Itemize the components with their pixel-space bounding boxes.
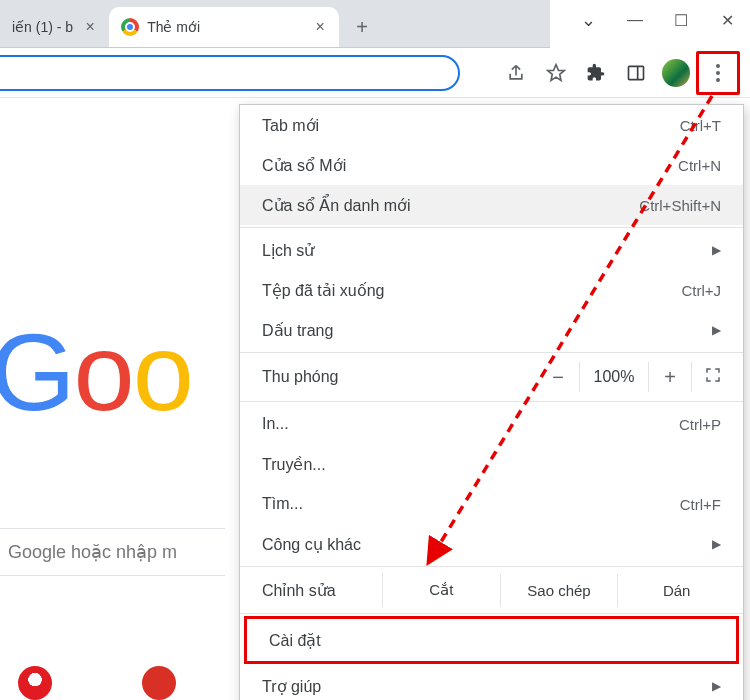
menu-item-incognito[interactable]: Cửa sổ Ẩn danh mới Ctrl+Shift+N [240, 185, 743, 225]
chevron-right-icon: ▶ [712, 323, 721, 337]
extensions-icon[interactable] [576, 53, 616, 93]
menu-separator [240, 227, 743, 228]
menu-item-edit: Chỉnh sửa Cắt Sao chép Dán [240, 569, 743, 611]
fullscreen-button[interactable] [691, 362, 733, 392]
toolbar [0, 48, 750, 98]
share-icon[interactable] [496, 53, 536, 93]
menu-item-settings[interactable]: Cài đặt [247, 619, 736, 661]
bookmark-star-icon[interactable] [536, 53, 576, 93]
window-controls: ⌄ — ☐ ✕ [564, 0, 750, 40]
menu-item-bookmarks[interactable]: Dấu trang ▶ [240, 310, 743, 350]
kebab-icon [716, 64, 720, 82]
menu-separator [240, 566, 743, 567]
edit-paste-button[interactable]: Dán [617, 574, 735, 607]
menu-item-new-tab[interactable]: Tab mới Ctrl+T [240, 105, 743, 145]
search-hint-text: Google hoặc nhập m [8, 541, 177, 563]
chrome-menu: Tab mới Ctrl+T Cửa sổ Mới Ctrl+N Cửa sổ … [239, 104, 744, 700]
zoom-in-button[interactable]: + [649, 366, 691, 389]
close-icon[interactable]: × [311, 18, 329, 36]
zoom-value: 100% [579, 362, 649, 392]
address-bar[interactable] [0, 55, 460, 91]
pinned-shortcut[interactable] [142, 666, 176, 700]
window-dropdown-icon[interactable]: ⌄ [564, 0, 612, 40]
pinned-shortcuts [18, 666, 176, 700]
chevron-right-icon: ▶ [712, 537, 721, 551]
google-logo: Goo [0, 308, 192, 435]
search-box-placeholder[interactable]: Google hoặc nhập m [0, 528, 225, 576]
chevron-right-icon: ▶ [712, 243, 721, 257]
maximize-button[interactable]: ☐ [658, 0, 704, 40]
menu-item-zoom: Thu phóng − 100% + [240, 355, 743, 399]
chrome-menu-button[interactable] [696, 51, 740, 95]
menu-item-cast[interactable]: Truyền... [240, 444, 743, 484]
tab-inactive[interactable]: iến (1) - b × [0, 7, 109, 47]
menu-item-history[interactable]: Lịch sử ▶ [240, 230, 743, 270]
menu-item-downloads[interactable]: Tệp đã tải xuống Ctrl+J [240, 270, 743, 310]
edit-copy-button[interactable]: Sao chép [500, 574, 618, 607]
zoom-out-button[interactable]: − [537, 366, 579, 389]
pinned-shortcut[interactable] [18, 666, 52, 700]
tab-title: iến (1) - b [12, 19, 73, 35]
close-icon[interactable]: × [81, 18, 99, 36]
minimize-button[interactable]: — [612, 0, 658, 40]
menu-item-find[interactable]: Tìm... Ctrl+F [240, 484, 743, 524]
tab-strip: iến (1) - b × Thẻ mới × + [0, 0, 550, 48]
menu-separator [240, 613, 743, 614]
menu-separator [240, 401, 743, 402]
svg-rect-0 [629, 66, 644, 79]
chrome-icon [121, 18, 139, 36]
profile-avatar[interactable] [662, 59, 690, 87]
tab-active[interactable]: Thẻ mới × [109, 7, 339, 47]
new-tab-button[interactable]: + [345, 10, 379, 44]
menu-item-more-tools[interactable]: Công cụ khác ▶ [240, 524, 743, 564]
chevron-right-icon: ▶ [712, 679, 721, 693]
edit-cut-button[interactable]: Cắt [382, 573, 500, 607]
menu-item-help[interactable]: Trợ giúp ▶ [240, 666, 743, 700]
menu-separator [240, 352, 743, 353]
sidepanel-icon[interactable] [616, 53, 656, 93]
menu-item-print[interactable]: In... Ctrl+P [240, 404, 743, 444]
close-window-button[interactable]: ✕ [704, 0, 750, 40]
highlight-box-settings: Cài đặt [244, 616, 739, 664]
menu-item-new-window[interactable]: Cửa sổ Mới Ctrl+N [240, 145, 743, 185]
tab-title: Thẻ mới [147, 19, 303, 35]
